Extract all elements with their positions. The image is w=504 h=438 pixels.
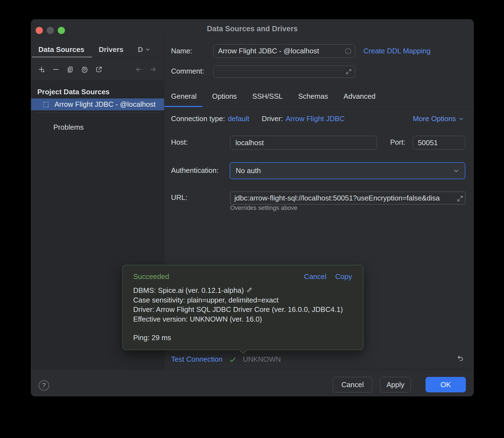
driver-label: Driver: bbox=[262, 114, 283, 123]
footer-divider bbox=[31, 369, 473, 370]
ok-button[interactable]: OK bbox=[426, 377, 466, 392]
host-input[interactable]: localhost bbox=[230, 136, 377, 150]
connection-type-row: Connection type: default Driver: Arrow F… bbox=[171, 114, 345, 123]
export-icon[interactable] bbox=[95, 66, 103, 73]
popup-notch bbox=[239, 346, 248, 354]
popup-actions: Cancel Copy bbox=[304, 272, 352, 281]
test-connection-popup: Succeeded Cancel Copy DBMS: Spice.ai (ve… bbox=[122, 265, 363, 350]
apply-button[interactable]: Apply bbox=[380, 377, 411, 392]
gear-icon[interactable] bbox=[81, 66, 88, 73]
back-arrow-icon[interactable] bbox=[135, 66, 142, 73]
tabbar-divider bbox=[164, 107, 474, 107]
sidebar-toolbar bbox=[31, 62, 164, 77]
name-input[interactable]: Arrow Flight JDBC - @localhost bbox=[213, 44, 355, 58]
host-label: Host: bbox=[171, 138, 188, 147]
host-value: localhost bbox=[235, 139, 264, 147]
checkmark-icon bbox=[229, 356, 236, 363]
tab-ssh-ssl[interactable]: SSH/SSL bbox=[252, 92, 283, 101]
forward-arrow-icon[interactable] bbox=[149, 66, 157, 73]
port-label: Port: bbox=[390, 138, 405, 147]
tab-overflow[interactable]: D bbox=[138, 45, 151, 54]
add-icon[interactable] bbox=[38, 66, 45, 73]
name-label: Name: bbox=[171, 47, 192, 55]
window-title: Data Sources and Drivers bbox=[31, 25, 473, 33]
tab-data-sources[interactable]: Data Sources bbox=[38, 45, 84, 54]
expand-icon[interactable] bbox=[456, 195, 464, 202]
popup-line-case-sensitivity: Case sensitivity: plain=upper, delimited… bbox=[133, 295, 343, 305]
url-value: jdbc:arrow-flight-sql://localhost:50051?… bbox=[234, 194, 453, 202]
tab-general[interactable]: General bbox=[171, 92, 197, 101]
duplicate-icon[interactable] bbox=[67, 66, 74, 73]
cancel-button[interactable]: Cancel bbox=[333, 377, 372, 392]
popup-ping: Ping: 29 ms bbox=[133, 333, 171, 342]
connection-type-label: Connection type: bbox=[171, 114, 225, 123]
chevron-down-icon bbox=[453, 167, 460, 174]
edit-pencil-icon[interactable] bbox=[246, 286, 253, 294]
popup-copy-link[interactable]: Copy bbox=[335, 272, 352, 281]
data-source-item-selected[interactable]: Arrow Flight JDBC - @localhost bbox=[31, 98, 164, 110]
popup-status: Succeeded bbox=[133, 272, 169, 281]
screen: Data Sources and Drivers Data Sources Dr… bbox=[0, 0, 504, 438]
more-options-link[interactable]: More Options bbox=[413, 114, 465, 123]
chevron-down-icon bbox=[458, 115, 465, 122]
connection-type-value[interactable]: default bbox=[228, 114, 249, 123]
tab-advanced[interactable]: Advanced bbox=[343, 92, 376, 101]
comment-label: Comment: bbox=[171, 67, 204, 75]
url-input[interactable]: jdbc:arrow-flight-sql://localhost:50051?… bbox=[230, 192, 465, 204]
tab-drivers[interactable]: Drivers bbox=[99, 45, 124, 54]
sidebar-tab-bar: Data Sources Drivers D bbox=[31, 42, 164, 57]
data-sources-dialog: Data Sources and Drivers Data Sources Dr… bbox=[31, 19, 474, 396]
more-options-label: More Options bbox=[413, 114, 456, 123]
tab-options[interactable]: Options bbox=[212, 92, 237, 101]
popup-details: DBMS: Spice.ai (ver. 0.12.1-alpha) Case … bbox=[133, 286, 343, 324]
authentication-select[interactable]: No auth bbox=[230, 162, 465, 179]
undo-icon[interactable] bbox=[457, 355, 464, 362]
authentication-label: Authentication: bbox=[171, 166, 219, 175]
comment-input[interactable] bbox=[213, 66, 355, 78]
url-label: URL: bbox=[171, 193, 187, 202]
popup-line-effective-version: Effective version: UNKNOWN (ver. 16.0) bbox=[133, 314, 343, 324]
test-connection-link[interactable]: Test Connection bbox=[171, 355, 222, 364]
tree-divider bbox=[35, 113, 160, 113]
driver-link[interactable]: Arrow Flight JDBC bbox=[286, 114, 345, 123]
progress-circle-icon bbox=[345, 48, 352, 55]
project-data-sources-header: Project Data Sources bbox=[37, 88, 110, 96]
authentication-value: No auth bbox=[236, 166, 453, 175]
create-ddl-mapping-link[interactable]: Create DDL Mapping bbox=[363, 47, 431, 55]
problems-item[interactable]: Problems bbox=[53, 123, 84, 132]
popup-cancel-link[interactable]: Cancel bbox=[304, 272, 326, 281]
port-value: 50051 bbox=[418, 139, 438, 147]
chevron-down-icon[interactable] bbox=[144, 46, 151, 53]
remove-icon[interactable] bbox=[52, 66, 59, 73]
test-connection-status: UNKNOWN bbox=[243, 355, 281, 364]
help-button[interactable]: ? bbox=[39, 380, 49, 391]
name-value: Arrow Flight JDBC - @localhost bbox=[218, 47, 345, 55]
url-hint: Overrides settings above bbox=[230, 204, 297, 212]
general-tab-underline bbox=[164, 106, 203, 107]
active-tab-underline bbox=[32, 56, 92, 58]
data-source-icon bbox=[42, 101, 49, 108]
data-source-item-label: Arrow Flight JDBC - @localhost bbox=[54, 100, 156, 109]
settings-tab-bar: General Options SSH/SSL Schemas Advanced bbox=[171, 92, 376, 101]
popup-line-driver: Driver: Arrow Flight SQL JDBC Driver Cor… bbox=[133, 305, 343, 314]
expand-icon[interactable] bbox=[345, 68, 352, 75]
popup-line-dbms: DBMS: Spice.ai (ver. 0.12.1-alpha) bbox=[133, 286, 343, 295]
tab-schemas[interactable]: Schemas bbox=[298, 92, 328, 101]
port-input[interactable]: 50051 bbox=[413, 136, 465, 150]
tab-truncated-label: D bbox=[138, 45, 143, 54]
